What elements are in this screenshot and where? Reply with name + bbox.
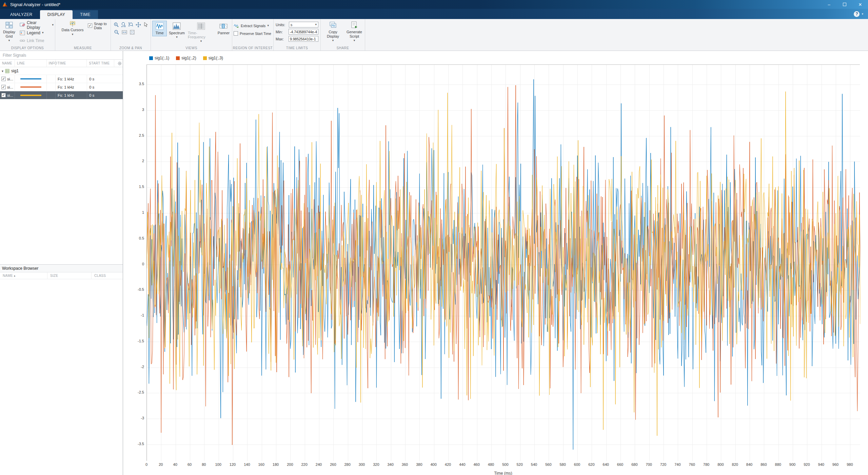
tab-analyzer[interactable]: ANALYZER	[3, 10, 40, 19]
signal-plot-canvas[interactable]	[147, 65, 860, 461]
units-caret-icon: ▾	[315, 23, 317, 26]
x-tick-label: 100	[215, 462, 221, 467]
tab-display[interactable]: DISPLAY	[40, 10, 73, 19]
legend-swatch-1	[149, 56, 153, 60]
select-button[interactable]	[142, 21, 149, 28]
fit-width-button[interactable]	[121, 29, 128, 36]
ws-header-name-label: NAME	[3, 274, 13, 278]
pan-button[interactable]	[135, 21, 142, 28]
time-view-button[interactable]: Time	[152, 21, 167, 36]
filter-signals-input[interactable]	[0, 51, 123, 60]
section-measure: Data Cursors ▾ ✓ Snap to Data MEASURE	[55, 19, 111, 51]
legend-label-1: sig1(:,1)	[155, 56, 169, 60]
panner-button[interactable]: Panner	[216, 21, 231, 36]
spectrum-view-label: Spectrum	[169, 31, 185, 35]
signal-1-time: Fs: 1 kHz	[56, 75, 87, 83]
signal-1-checkbox[interactable]: ✓	[1, 77, 6, 81]
legend-button[interactable]: Legend ▾	[18, 29, 55, 37]
sort-ascending-icon: ▴	[14, 274, 15, 277]
ws-header-class[interactable]: CLASS	[92, 272, 123, 279]
x-tick-label: 420	[445, 462, 451, 467]
signal-2-info	[47, 83, 56, 91]
ws-header-name[interactable]: NAME ▴	[0, 272, 47, 279]
section-label-time-limits: TIME LIMITS	[274, 46, 320, 50]
x-tick-label: 640	[603, 462, 609, 467]
zoom-out-button[interactable]	[113, 29, 120, 36]
max-time-field[interactable]	[289, 36, 318, 42]
signal-1-info	[47, 75, 56, 83]
x-tick-label: 860	[761, 462, 767, 467]
signal-3-checkbox[interactable]: ✓	[1, 93, 6, 97]
x-tick-label: 400	[430, 462, 436, 467]
plot-region: sig1(:,1) sig1(:,2) sig1(:,3) Time (ms) …	[123, 51, 868, 475]
minimize-button[interactable]: –	[821, 0, 837, 9]
header-line[interactable]: LINE	[15, 60, 47, 67]
x-tick-label: 240	[316, 462, 322, 467]
group-collapse-icon[interactable]: ▾	[2, 69, 3, 73]
zoom-x-button[interactable]	[120, 21, 127, 28]
clear-display-button[interactable]: Clear Display ▾	[18, 21, 55, 29]
x-tick-label: 480	[488, 462, 494, 467]
header-time[interactable]: TIME	[56, 60, 87, 67]
signal-2-checkbox[interactable]: ✓	[1, 85, 6, 89]
signal-3-start-time: 0 s	[87, 91, 123, 99]
extract-signals-icon	[234, 23, 239, 28]
fit-width-icon	[122, 30, 127, 35]
legend-item-1: sig1(:,1)	[149, 56, 169, 60]
close-button[interactable]: ✕	[852, 0, 868, 9]
table-settings-button[interactable]	[114, 60, 123, 67]
signal-row-2[interactable]: ✓ si... Fs: 1 kHz 0 s	[0, 83, 123, 91]
signal-row-1[interactable]: ✓ si... Fs: 1 kHz 0 s	[0, 75, 123, 83]
legend-icon	[20, 30, 25, 36]
fit-view-button[interactable]	[129, 29, 136, 36]
toolstrip-collapse-caret-icon[interactable]: ▾	[862, 13, 863, 16]
signal-group-row[interactable]: ▾ sig1	[0, 67, 123, 75]
extract-signals-caret-icon: ▾	[267, 24, 269, 27]
matrix-icon	[5, 69, 9, 73]
data-cursors-button[interactable]: Data Cursors ▾	[60, 19, 85, 36]
workspace-browser-title[interactable]: Workspace Browser	[0, 264, 123, 272]
tab-time[interactable]: TIME	[73, 10, 98, 19]
y-tick-label: 2.5	[129, 133, 144, 137]
units-select[interactable]: s ▾	[289, 22, 318, 27]
clear-display-icon	[20, 22, 25, 28]
header-start-time[interactable]: START TIME	[87, 60, 114, 67]
header-name[interactable]: NAME	[0, 60, 15, 67]
zoom-in-button[interactable]	[113, 21, 120, 28]
display-grid-icon	[5, 21, 13, 29]
y-tick-label: 0	[129, 262, 144, 266]
help-button[interactable]: ?	[854, 11, 860, 17]
zoom-out-icon	[114, 30, 119, 35]
snap-to-data-checkbox[interactable]: ✓ Snap to Data	[86, 22, 111, 30]
legend-item-3: sig1(:,3)	[203, 56, 223, 60]
x-tick-label: 20	[159, 462, 163, 467]
y-tick-label: 1.5	[129, 185, 144, 189]
signal-row-3[interactable]: ✓ si... Fs: 1 kHz 0 s	[0, 91, 123, 99]
x-tick-label: 820	[732, 462, 738, 467]
preserve-start-time-checkbox[interactable]: Preserve Start Time	[232, 30, 273, 37]
x-tick-label: 440	[459, 462, 465, 467]
snap-to-data-label: Snap to Data	[94, 22, 109, 30]
zoom-y-button[interactable]	[127, 21, 135, 28]
y-tick-label: -3	[129, 416, 144, 420]
ws-header-size[interactable]: SIZE	[47, 272, 92, 279]
extract-signals-button[interactable]: Extract Signals ▾	[232, 22, 273, 30]
maximize-button[interactable]	[837, 0, 852, 9]
copy-display-caret-icon: ▾	[332, 39, 334, 42]
spectrum-view-button[interactable]: Spectrum ▾	[167, 21, 186, 40]
x-tick-label: 680	[631, 462, 637, 467]
header-info[interactable]: INFO	[47, 60, 56, 67]
x-tick-label: 160	[258, 462, 264, 467]
units-label: Units:	[276, 23, 287, 27]
legend-swatch-3	[203, 56, 207, 60]
x-tick-label: 620	[588, 462, 594, 467]
copy-display-icon	[329, 21, 337, 29]
zoom-y-icon	[128, 22, 134, 27]
x-tick-label: 500	[502, 462, 508, 467]
signal-3-time: Fs: 1 kHz	[56, 91, 87, 99]
section-time-limits: Units: s ▾ Min: Max: TIME LIMITS	[274, 19, 321, 51]
min-time-field[interactable]	[289, 29, 318, 35]
link-time-label: Link Time	[27, 38, 44, 43]
y-tick-label: 0.5	[129, 236, 144, 240]
x-tick-label: 300	[359, 462, 365, 467]
